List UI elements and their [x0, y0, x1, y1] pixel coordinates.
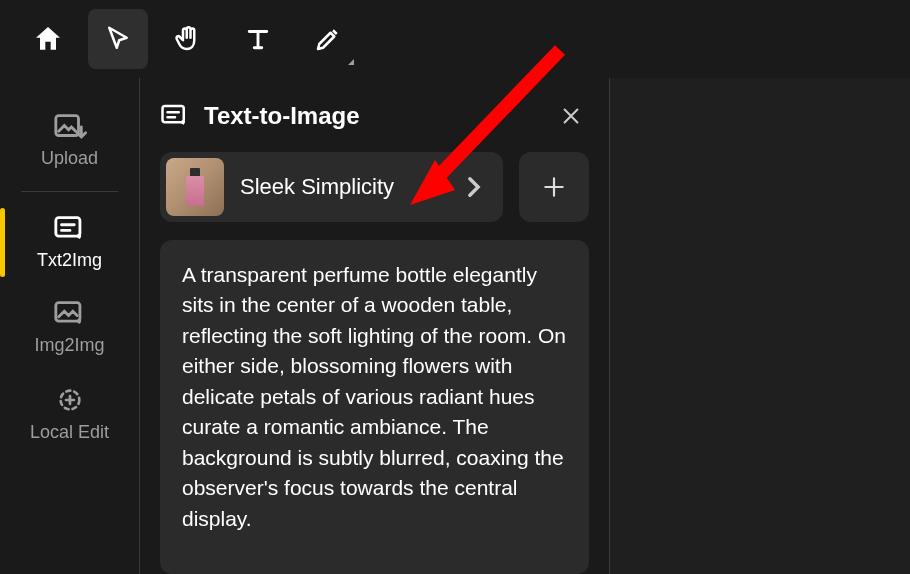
left-sidebar: Upload Txt2Img Img2Img Local Edit — [0, 78, 140, 574]
svg-rect-1 — [55, 218, 79, 236]
top-toolbar — [0, 0, 910, 78]
plus-icon — [541, 174, 567, 200]
highlighter-icon — [313, 24, 343, 54]
local-edit-icon — [54, 384, 86, 416]
home-button[interactable] — [18, 9, 78, 69]
panel-header: Text-to-Image — [160, 98, 589, 134]
canvas-area[interactable] — [610, 78, 910, 574]
sidebar-item-label: Txt2Img — [37, 250, 102, 271]
prompt-text: A transparent perfume bottle elegantly s… — [182, 263, 566, 530]
image-upload-icon — [53, 112, 87, 142]
panel-title-icon — [160, 103, 190, 129]
sidebar-item-upload[interactable]: Upload — [0, 98, 139, 183]
style-selector-row: Sleek Simplicity — [160, 152, 589, 222]
chevron-right-icon — [459, 176, 489, 198]
svg-rect-2 — [55, 303, 79, 321]
svg-rect-4 — [163, 106, 184, 122]
close-panel-button[interactable] — [553, 98, 589, 134]
sidebar-item-txt2img[interactable]: Txt2Img — [0, 200, 139, 285]
sidebar-item-label: Upload — [41, 148, 98, 169]
panel-title: Text-to-Image — [160, 102, 360, 130]
sidebar-item-label: Local Edit — [30, 422, 109, 443]
pointer-tool-button[interactable] — [88, 9, 148, 69]
text-tool-button[interactable] — [228, 9, 288, 69]
add-style-button[interactable] — [519, 152, 589, 222]
hand-icon — [173, 24, 203, 54]
pan-tool-button[interactable] — [158, 9, 218, 69]
panel-title-text: Text-to-Image — [204, 102, 360, 130]
dropdown-indicator-icon — [348, 59, 354, 65]
sidebar-divider — [21, 191, 118, 192]
text-to-image-icon — [53, 214, 87, 244]
style-thumbnail — [166, 158, 224, 216]
image-to-image-icon — [53, 299, 87, 329]
pointer-icon — [103, 24, 133, 54]
sidebar-item-img2img[interactable]: Img2Img — [0, 285, 139, 370]
sidebar-item-localedit[interactable]: Local Edit — [0, 370, 139, 457]
highlighter-tool-button[interactable] — [298, 9, 358, 69]
home-icon — [32, 23, 64, 55]
style-label: Sleek Simplicity — [240, 174, 443, 200]
close-icon — [560, 105, 582, 127]
sidebar-item-label: Img2Img — [34, 335, 104, 356]
prompt-textarea[interactable]: A transparent perfume bottle elegantly s… — [160, 240, 589, 574]
text-icon — [243, 24, 273, 54]
style-preset-button[interactable]: Sleek Simplicity — [160, 152, 503, 222]
text-to-image-panel: Text-to-Image Sleek Simplicity A transpa… — [140, 78, 610, 574]
